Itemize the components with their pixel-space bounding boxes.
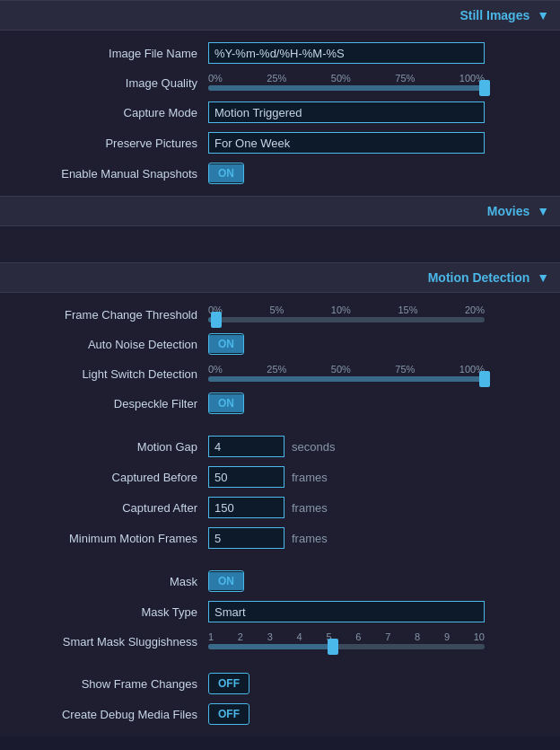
preserve-pictures-row: Preserve Pictures For One Week (0, 128, 560, 158)
show-frame-changes-label: Show Frame Changes (11, 677, 208, 691)
mask-control: ON (208, 570, 549, 592)
motion-gap-control: seconds (208, 436, 549, 457)
show-frame-changes-row: Show Frame Changes OFF (0, 668, 560, 699)
smart-mask-sluggishness-labels: 1 2 3 4 5 6 7 8 9 10 (208, 631, 485, 642)
create-debug-media-files-control: OFF (208, 703, 549, 725)
preserve-pictures-select[interactable]: For One Week (208, 132, 485, 154)
frame-change-threshold-track[interactable] (208, 317, 485, 322)
motion-detection-header[interactable]: Motion Detection ▼ (0, 262, 560, 293)
captured-before-label: Captured Before (11, 471, 208, 484)
minimum-motion-frames-row: Minimum Motion Frames frames (0, 523, 560, 553)
image-file-name-control (208, 42, 549, 64)
minimum-motion-frames-control: frames (208, 527, 549, 549)
image-quality-control: 0% 25% 50% 75% 100% (208, 73, 549, 93)
image-quality-label: Image Quality (11, 76, 208, 90)
movies-spacer (0, 226, 560, 262)
despeckle-filter-label: Despeckle Filter (11, 397, 208, 410)
smart-mask-sluggishness-track[interactable] (208, 644, 485, 649)
show-frame-changes-control: OFF (208, 673, 549, 694)
divider-1 (0, 419, 560, 431)
enable-manual-snapshots-label: Enable Manual Snapshots (11, 167, 208, 181)
create-debug-media-files-label: Create Debug Media Files (11, 708, 208, 721)
mask-toggle[interactable]: ON (208, 570, 244, 592)
despeckle-filter-on: ON (209, 394, 243, 412)
auto-noise-detection-control: ON (208, 333, 549, 355)
mask-type-row: Mask Type Smart (0, 596, 560, 627)
mask-label: Mask (11, 575, 208, 588)
captured-before-input[interactable] (208, 466, 284, 488)
light-switch-detection-row: Light Switch Detection 0% 25% 50% 75% 10… (0, 359, 560, 388)
motion-gap-input[interactable] (208, 436, 284, 457)
create-debug-media-files-off: OFF (209, 705, 249, 723)
image-file-name-input[interactable] (208, 42, 485, 64)
captured-before-unit: frames (292, 471, 328, 484)
image-quality-row: Image Quality 0% 25% 50% 75% 100% (0, 68, 560, 97)
despeckle-filter-row: Despeckle Filter ON (0, 388, 560, 419)
show-frame-changes-toggle[interactable]: OFF (208, 673, 249, 694)
frame-change-threshold-labels: 0% 5% 10% 15% 20% (208, 304, 485, 315)
despeckle-filter-control: ON (208, 393, 549, 414)
light-switch-detection-track[interactable] (208, 376, 485, 382)
capture-mode-row: Capture Mode Motion Triggered (0, 97, 560, 128)
divider-2 (0, 553, 560, 566)
mask-type-control: Smart (208, 601, 549, 622)
image-quality-track[interactable] (208, 85, 485, 91)
smart-mask-sluggishness-label: Smart Mask Sluggishness (11, 635, 208, 649)
still-images-header[interactable]: Still Images ▼ (0, 0, 560, 31)
capture-mode-label: Capture Mode (11, 106, 208, 119)
minimum-motion-frames-unit: frames (292, 532, 328, 545)
auto-noise-detection-toggle[interactable]: ON (208, 333, 244, 355)
image-quality-slider-container: 0% 25% 50% 75% 100% (208, 73, 485, 93)
capture-mode-select[interactable]: Motion Triggered (208, 101, 485, 123)
preserve-pictures-control: For One Week (208, 132, 549, 154)
image-file-name-row: Image File Name (0, 38, 560, 68)
smart-mask-sluggishness-control: 1 2 3 4 5 6 7 8 9 10 (208, 631, 549, 651)
motion-detection-title: Motion Detection (428, 270, 530, 285)
mask-type-select[interactable]: Smart (208, 601, 485, 622)
mask-on: ON (209, 572, 243, 590)
light-switch-detection-control: 0% 25% 50% 75% 100% (208, 364, 549, 384)
smart-mask-sluggishness-slider-container: 1 2 3 4 5 6 7 8 9 10 (208, 631, 485, 651)
auto-noise-detection-on: ON (209, 335, 243, 353)
show-frame-changes-off: OFF (209, 675, 249, 693)
enable-manual-snapshots-toggle[interactable]: ON (208, 163, 244, 184)
mask-type-label: Mask Type (11, 605, 208, 619)
image-quality-slider-labels: 0% 25% 50% 75% 100% (208, 73, 485, 84)
captured-after-control: frames (208, 497, 549, 518)
light-switch-detection-label: Light Switch Detection (11, 367, 208, 381)
enable-manual-snapshots-row: Enable Manual Snapshots ON (0, 158, 560, 189)
despeckle-filter-toggle[interactable]: ON (208, 393, 244, 414)
light-switch-detection-slider-container: 0% 25% 50% 75% 100% (208, 364, 485, 384)
enable-manual-snapshots-on: ON (209, 164, 243, 182)
frame-change-threshold-control: 0% 5% 10% 15% 20% (208, 304, 549, 324)
frame-change-threshold-slider-container: 0% 5% 10% 15% 20% (208, 304, 485, 324)
captured-before-row: Captured Before frames (0, 462, 560, 492)
motion-gap-row: Motion Gap seconds (0, 431, 560, 462)
minimum-motion-frames-label: Minimum Motion Frames (11, 532, 208, 545)
captured-after-input[interactable] (208, 497, 284, 518)
minimum-motion-frames-input[interactable] (208, 527, 284, 549)
frame-change-threshold-label: Frame Change Threshold (11, 308, 208, 322)
create-debug-media-files-row: Create Debug Media Files OFF (0, 699, 560, 729)
enable-manual-snapshots-control: ON (208, 163, 549, 184)
preserve-pictures-label: Preserve Pictures (11, 137, 208, 150)
movies-arrow: ▼ (537, 204, 549, 218)
mask-row: Mask ON (0, 566, 560, 596)
light-switch-detection-labels: 0% 25% 50% 75% 100% (208, 364, 485, 375)
create-debug-media-files-toggle[interactable]: OFF (208, 703, 249, 725)
still-images-title: Still Images (459, 8, 529, 22)
image-file-name-label: Image File Name (11, 47, 208, 60)
captured-after-row: Captured After frames (0, 492, 560, 523)
frame-change-threshold-row: Frame Change Threshold 0% 5% 10% 15% 20% (0, 300, 560, 329)
still-images-arrow: ▼ (537, 8, 549, 22)
motion-gap-label: Motion Gap (11, 440, 208, 454)
movies-header[interactable]: Movies ▼ (0, 196, 560, 226)
motion-detection-arrow: ▼ (537, 270, 549, 285)
motion-gap-unit: seconds (292, 440, 335, 454)
captured-after-unit: frames (292, 501, 328, 515)
divider-3 (0, 656, 560, 668)
auto-noise-detection-label: Auto Noise Detection (11, 338, 208, 351)
captured-before-control: frames (208, 466, 549, 488)
capture-mode-control: Motion Triggered (208, 101, 549, 123)
captured-after-label: Captured After (11, 501, 208, 515)
